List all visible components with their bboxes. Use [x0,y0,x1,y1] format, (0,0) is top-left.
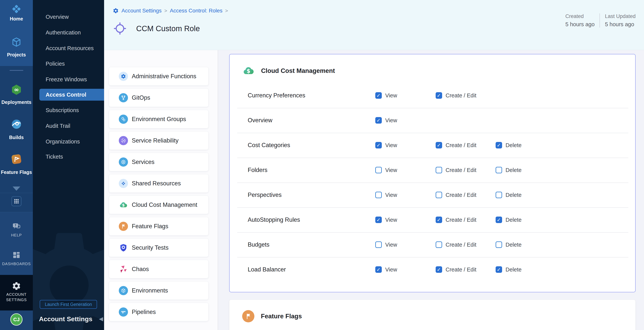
svg-text:?: ? [15,224,16,227]
sidebar-item-tickets[interactable]: Tickets [33,151,104,162]
resource-card-service-reliability[interactable]: Service Reliability [109,131,208,150]
resource-card-administrative-functions[interactable]: Administrative Functions [109,67,208,86]
resource-card-feature-flags[interactable]: Feature Flags [109,217,208,236]
permission-cell-create_edit: Create / Edit [436,183,476,207]
help-icon[interactable]: ? [0,222,33,232]
git-branch-icon [119,93,128,102]
breadcrumb-account-settings-link[interactable]: Account Settings [122,8,162,14]
create_edit-checkbox[interactable]: ✓ [436,217,442,223]
view-checkbox[interactable]: ✓ [375,92,382,99]
sidebar-item-account-resources[interactable]: Account Resources [33,42,104,54]
flag-icon [119,222,128,231]
view-checkbox[interactable] [375,167,382,173]
breadcrumb-access-control-roles-link[interactable]: Access Control: Roles [170,8,222,14]
chain-icon [119,307,128,317]
sidebar-item-freeze-windows[interactable]: Freeze Windows [33,73,104,85]
permission-cell-delete: ✓ Delete [496,207,522,232]
collapse-panel-icon[interactable]: ◀ [99,316,103,322]
checkbox-label: Create / Edit [446,192,476,198]
view-checkbox[interactable]: ✓ [375,117,382,124]
delete-checkbox[interactable] [496,192,502,198]
rail-feature-flags-label[interactable]: Feature Flags [0,170,33,175]
permission-row-budgets: Budgets View Create / Edit Delete [230,232,636,257]
permission-cell-delete: Delete [496,232,522,257]
permission-cell-create_edit: ✓ Create / Edit [436,133,476,158]
checkbox-label: Delete [506,266,522,273]
resource-card-environments[interactable]: Environments [109,281,208,300]
permission-cell-view: View [375,232,397,257]
view-checkbox[interactable]: ✓ [375,142,382,148]
resource-card-chaos[interactable]: Chaos [109,260,208,278]
resource-card-gitops[interactable]: GitOps [109,88,208,107]
breadcrumb-separator: > [225,8,228,14]
cloud-dollar-icon: $ [119,200,128,210]
checkbox-label: View [385,92,397,99]
settings-nav-panel: OverviewAuthenticationAccount ResourcesP… [33,0,104,330]
cloud-cost-management-icon: $ [242,65,254,77]
rail-dashboards-label[interactable]: DASHBOARDS [0,262,33,266]
page-header: Account Settings > Access Control: Roles… [104,0,644,50]
resource-card-services[interactable]: Services [109,153,208,171]
checkbox-label: View [385,142,397,148]
create_edit-checkbox[interactable]: ✓ [436,266,442,273]
rail-home-label[interactable]: Home [0,16,33,22]
sidebar-item-policies[interactable]: Policies [33,58,104,70]
delete-checkbox[interactable] [496,241,502,248]
home-icon[interactable] [0,3,33,15]
resource-card-environment-groups[interactable]: Environment Groups [109,110,208,128]
rail-help-label[interactable]: HELP [0,233,33,237]
rail-deployments-label[interactable]: Deployments [0,99,33,105]
delete-checkbox[interactable]: ✓ [496,217,502,223]
resource-card-pipelines[interactable]: Pipelines [109,303,208,321]
created-label: Created [565,13,594,19]
checkbox-label: Delete [506,142,522,148]
permission-row-cost-categories: Cost Categories ✓ View ✓ Create / Edit ✓… [230,133,636,158]
create_edit-checkbox[interactable]: ✓ [436,92,442,99]
rail-builds-label[interactable]: Builds [0,135,33,140]
sidebar-item-overview[interactable]: Overview [33,11,104,23]
create_edit-checkbox[interactable] [436,192,442,198]
create_edit-checkbox[interactable]: ✓ [436,142,442,148]
role-meta: Created 5 hours ago Last Updated 5 hours… [560,13,640,28]
rail-account-settings-label-2[interactable]: SETTINGS [0,298,33,302]
launch-first-generation-button[interactable]: Launch First Generation [40,300,97,309]
sidebar-item-audit-trail[interactable]: Audit Trail [33,120,104,132]
nav-footer-title: Account Settings [39,315,92,323]
delete-checkbox[interactable] [496,167,502,173]
permission-cell-view: ✓ View [375,108,397,133]
chevron-down-icon[interactable] [12,187,20,191]
view-checkbox[interactable]: ✓ [375,217,382,223]
projects-icon[interactable] [0,36,33,48]
builds-icon[interactable] [0,118,33,130]
reliability-icon [119,136,128,145]
checkbox-label: Create / Edit [446,266,476,273]
resource-card-security-tests[interactable]: Security Tests [109,238,208,257]
permission-cell-view: ✓ View [375,257,397,282]
checkbox-label: Create / Edit [446,242,476,248]
sidebar-item-subscriptions[interactable]: Subscriptions [33,104,104,116]
sidebar-item-access-control[interactable]: Access Control [39,89,104,101]
rail-account-settings-label-1[interactable]: ACCOUNT [0,292,33,297]
delete-checkbox[interactable]: ✓ [496,266,502,273]
create_edit-checkbox[interactable] [436,241,442,248]
dashboards-icon[interactable] [0,250,33,260]
sidebar-item-authentication[interactable]: Authentication [33,27,104,39]
view-checkbox[interactable] [375,192,382,198]
module-grid-button[interactable] [12,196,22,206]
created-value: 5 hours ago [565,21,594,28]
checkbox-label: Delete [506,242,522,248]
resource-card-shared-resources[interactable]: Shared Resources [109,174,208,193]
checkbox-label: View [385,167,397,173]
deployments-icon[interactable]: ∞ [0,83,33,96]
account-settings-gear-icon[interactable] [0,281,33,291]
delete-checkbox[interactable]: ✓ [496,142,502,148]
sidebar-item-organizations[interactable]: Organizations [33,136,104,147]
feature-flags-icon[interactable] [0,153,33,165]
rail-projects-label[interactable]: Projects [0,52,33,58]
view-checkbox[interactable]: ✓ [375,266,382,273]
resource-card-cloud-cost-management[interactable]: $Cloud Cost Management [109,196,208,214]
user-avatar[interactable]: CJ [10,313,22,325]
view-checkbox[interactable] [375,241,382,248]
breadcrumb-gear-icon [113,8,119,14]
create_edit-checkbox[interactable] [436,167,442,173]
